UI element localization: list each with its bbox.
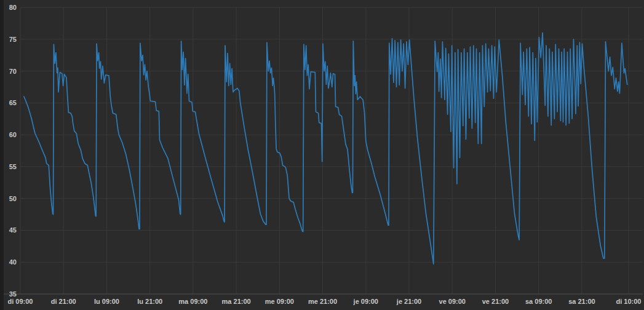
y-tick-label: 65 [9, 99, 17, 106]
x-tick-label: di 10:00 [616, 298, 642, 305]
x-tick-label: je 09:00 [353, 298, 378, 305]
x-tick-label: me 21:00 [308, 298, 337, 305]
y-tick-label: 55 [9, 163, 17, 170]
y-tick-label: 75 [9, 36, 17, 43]
x-tick-label: sa 21:00 [568, 298, 595, 305]
y-tick-label: 35 [9, 290, 17, 298]
x-tick-label: di 21:00 [51, 298, 76, 305]
x-tick-label: ma 09:00 [178, 298, 207, 305]
x-tick-label: di 09:00 [8, 298, 33, 305]
y-tick-label: 40 [9, 258, 17, 266]
x-tick-label: sa 09:00 [525, 298, 552, 305]
x-tick-label: ve 21:00 [482, 298, 509, 305]
x-axis-labels: di 09:00di 21:00lu 09:00lu 21:00ma 09:00… [8, 298, 642, 305]
x-tick-label: me 09:00 [265, 298, 294, 305]
y-tick-label: 80 [9, 4, 17, 11]
x-tick-label: ve 09:00 [439, 298, 466, 305]
y-tick-label: 70 [9, 68, 17, 75]
x-tick-label: je 21:00 [396, 298, 421, 305]
x-tick-label: lu 21:00 [137, 298, 162, 305]
y-tick-label: 50 [9, 195, 17, 202]
x-tick-label: lu 09:00 [94, 298, 119, 305]
time-series-chart[interactable]: 35404550556065707580di 09:00di 21:00lu 0… [0, 0, 644, 310]
y-tick-label: 60 [9, 131, 17, 138]
panel-background [4, 0, 644, 310]
y-tick-label: 45 [9, 226, 17, 234]
graph-panel: 35404550556065707580di 09:00di 21:00lu 0… [0, 0, 644, 310]
x-tick-label: ma 21:00 [222, 298, 251, 305]
